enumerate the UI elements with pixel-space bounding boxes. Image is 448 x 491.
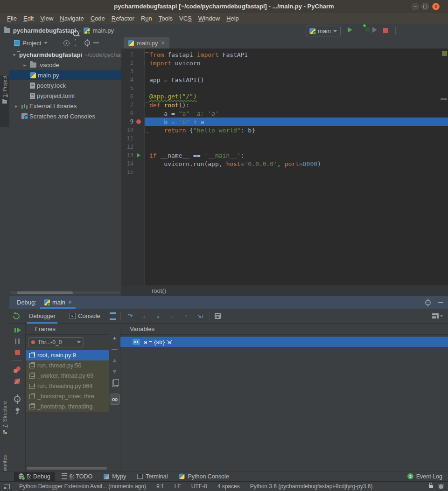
project-panel-title[interactable]: Project bbox=[22, 40, 41, 47]
menu-item-tools[interactable]: Tools bbox=[155, 13, 176, 24]
gutter-line-1[interactable]: 1 bbox=[121, 50, 145, 59]
run-gutter-icon[interactable] bbox=[137, 153, 140, 158]
step-into-icon[interactable]: ↓ bbox=[140, 312, 149, 319]
warning-stripe-mark[interactable] bbox=[441, 98, 447, 100]
menu-item-code[interactable]: Code bbox=[87, 13, 108, 24]
frame-row-0[interactable]: root, main.py:9 bbox=[26, 350, 109, 360]
caret-position[interactable]: 9:1 bbox=[156, 483, 164, 490]
force-step-into-icon[interactable]: ↓ bbox=[168, 312, 177, 319]
code-line-9[interactable]: 9 b = "b" + a bbox=[121, 118, 448, 126]
sidebar-item-structure[interactable]: 7: Structure bbox=[0, 401, 9, 434]
lock-icon[interactable] bbox=[429, 485, 433, 488]
fold-marker-icon[interactable] bbox=[145, 128, 149, 132]
code-line-4[interactable]: 4app = FastAPI() bbox=[121, 76, 448, 84]
code-line-10[interactable]: 10 return {"hello world": b} bbox=[121, 126, 448, 134]
remove-watch-icon[interactable]: — bbox=[112, 347, 118, 352]
gear-icon[interactable] bbox=[85, 40, 91, 46]
indent-setting[interactable]: 4 spaces bbox=[217, 483, 240, 490]
expand-chevron-icon[interactable]: ▾ bbox=[13, 52, 15, 57]
debug-session-tab[interactable]: main ✕ bbox=[40, 296, 76, 309]
add-watch-icon[interactable]: ＋ bbox=[112, 336, 118, 340]
toolwindow-todo-button[interactable]: 6: TODO bbox=[57, 472, 98, 481]
search-everywhere-button[interactable] bbox=[73, 30, 79, 37]
code-line-6[interactable]: 6@app.get("/") bbox=[121, 92, 448, 101]
inspection-status-indicator[interactable] bbox=[442, 51, 447, 56]
gutter-line-4[interactable]: 4 bbox=[121, 76, 145, 84]
close-button[interactable]: x bbox=[432, 3, 440, 10]
mute-breakpoints-icon[interactable] bbox=[14, 379, 20, 384]
run-configuration-select[interactable]: main bbox=[306, 26, 341, 36]
breadcrumb-root-function[interactable]: root() bbox=[152, 287, 166, 294]
chevron-down-icon[interactable] bbox=[44, 42, 48, 44]
gutter-line-2[interactable]: 2 bbox=[121, 59, 145, 67]
tree-item--vscode[interactable]: ▸.vscode bbox=[9, 60, 121, 70]
frame-row-3[interactable]: run, threading.py:864 bbox=[26, 381, 109, 391]
layout-settings-button[interactable] bbox=[432, 313, 443, 318]
close-tab-icon[interactable]: ✕ bbox=[161, 40, 165, 46]
stop-icon[interactable] bbox=[15, 350, 20, 355]
code-line-13[interactable]: 13if __name__ == '__main__': bbox=[121, 151, 448, 159]
tree-item-main-py[interactable]: main.py bbox=[9, 70, 121, 80]
variable-row-0[interactable]: 01a = {str} 'a' bbox=[120, 337, 448, 347]
breadcrumb-project[interactable]: pycharmdebugfastapi bbox=[13, 27, 76, 34]
breadcrumb-file[interactable]: main.py bbox=[92, 27, 114, 34]
tab-debugger[interactable]: Debugger bbox=[24, 309, 60, 324]
rerun-icon[interactable] bbox=[12, 311, 21, 321]
tree-item-pycharmdebugfastapi[interactable]: ▾pycharmdebugfastapi ~/code/pycharmdebug bbox=[9, 49, 121, 60]
minimize-button[interactable]: – bbox=[412, 3, 419, 10]
toolwindow-terminal-button[interactable]: › Terminal bbox=[133, 472, 172, 481]
menu-item-navigate[interactable]: Navigate bbox=[56, 13, 87, 24]
gutter-line-6[interactable]: 6 bbox=[121, 92, 145, 101]
run-with-coverage-button[interactable] bbox=[372, 27, 377, 33]
gutter-line-3[interactable]: 3 bbox=[121, 67, 145, 76]
pause-program-icon[interactable] bbox=[15, 339, 20, 344]
menu-item-file[interactable]: File bbox=[4, 13, 20, 24]
code-line-14[interactable]: 14 uvicorn.run(app, host='0.0.0.0', port… bbox=[121, 159, 448, 168]
menu-item-view[interactable]: View bbox=[37, 13, 56, 24]
event-log-button[interactable]: 3 Event Log bbox=[407, 473, 442, 480]
stop-button[interactable] bbox=[383, 28, 388, 33]
gutter-line-5[interactable]: 5 bbox=[121, 84, 145, 92]
pin-tab-icon[interactable] bbox=[14, 408, 20, 415]
code-editor[interactable]: 1from fastapi import FastAPI2import uvic… bbox=[121, 48, 448, 285]
inspections-hector-icon[interactable] bbox=[439, 484, 443, 489]
step-out-icon[interactable]: ↑ bbox=[182, 312, 191, 319]
tab-main-py[interactable]: main.py ✕ bbox=[124, 37, 169, 48]
resume-program-icon[interactable] bbox=[14, 327, 20, 333]
tree-item-external-libraries[interactable]: ▸External Libraries bbox=[9, 101, 121, 111]
move-down-icon[interactable]: ▼ bbox=[112, 369, 118, 374]
menu-item-window[interactable]: Window bbox=[195, 13, 223, 24]
menu-item-help[interactable]: Help bbox=[223, 13, 242, 24]
gutter-line-9[interactable]: 9 bbox=[121, 118, 145, 126]
tree-item-scratches-and-consoles[interactable]: Scratches and Consoles bbox=[9, 111, 121, 121]
evaluate-expression-icon[interactable] bbox=[215, 313, 221, 319]
gutter-line-14[interactable]: 14 bbox=[121, 159, 145, 168]
gutter-line-13[interactable]: 13 bbox=[121, 151, 145, 159]
maximize-button[interactable]: ▢ bbox=[421, 3, 429, 10]
step-over-icon[interactable]: ↷ bbox=[126, 312, 135, 319]
menu-item-run[interactable]: Run bbox=[138, 13, 155, 24]
python-interpreter[interactable]: Python 3.6 (pycharmdebugfastapi-9cdjtyrg… bbox=[250, 483, 373, 490]
gutter-line-7[interactable]: 7 bbox=[121, 101, 145, 109]
view-breakpoints-icon[interactable] bbox=[14, 367, 21, 373]
hide-tool-windows-icon[interactable] bbox=[4, 484, 10, 489]
fold-marker-icon[interactable] bbox=[145, 52, 149, 57]
thread-selector[interactable]: Thr...-0_0 bbox=[28, 337, 84, 347]
expand-chevron-icon[interactable]: ▸ bbox=[13, 104, 20, 109]
line-ending[interactable]: LF bbox=[175, 483, 181, 490]
gutter-line-8[interactable]: 8 bbox=[121, 109, 145, 118]
file-encoding[interactable]: UTF-8 bbox=[191, 483, 207, 490]
fold-marker-icon[interactable] bbox=[145, 61, 149, 65]
hide-panel-icon[interactable] bbox=[93, 42, 99, 43]
hide-debug-panel-icon[interactable] bbox=[438, 302, 443, 303]
move-up-icon[interactable]: ▲ bbox=[112, 358, 118, 363]
gutter-line-10[interactable]: 10 bbox=[121, 126, 145, 134]
show-watches-button[interactable]: oo bbox=[110, 394, 120, 405]
status-message[interactable]: Python Debugger Extension Avail... (mome… bbox=[19, 483, 146, 490]
tree-item-poetry-lock[interactable]: poetry.lock bbox=[9, 80, 121, 90]
toolwindow-python-console-button[interactable]: Python Console bbox=[174, 472, 233, 481]
toolwindow-mypy-button[interactable]: Mypy bbox=[99, 472, 131, 481]
close-session-icon[interactable]: ✕ bbox=[68, 299, 72, 305]
sidebar-item-project[interactable]: 1: Project bbox=[0, 76, 9, 127]
debugger-settings-icon[interactable] bbox=[14, 396, 21, 402]
